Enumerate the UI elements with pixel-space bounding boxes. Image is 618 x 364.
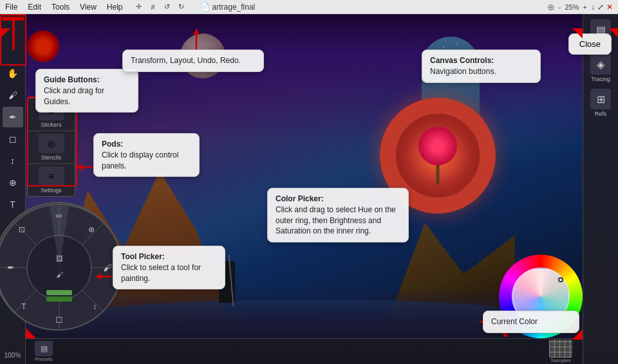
tool-wheel-svg: ✏ 🖌 ◻ ✒ ⊕ ↕ T ⊡ 🖼 🖌 [0,203,122,331]
corner-accent-top-right [572,28,583,39]
zoom-controls: ⊕ - 25% + ↓ ⤢ ✕ [547,2,613,12]
samples-button[interactable]: Samples [549,340,572,363]
samples-grid-icon [549,340,572,358]
callout-transform: Transform, Layout, Undo, Redo. [122,50,264,72]
particle-1 [443,46,444,48]
zoom-display: 100% [5,352,21,359]
svg-text:✒: ✒ [7,262,15,273]
menu-edit[interactable]: Edit [23,1,46,13]
refs-label: Refs [595,111,607,117]
callout-pods: Pods: Click to display control panels. [93,133,200,177]
right-tool-refs[interactable]: ⊞ Refs [585,86,616,120]
tool-brush[interactable]: 🖌 [3,85,23,105]
presets-label: Presets [35,356,52,362]
tool-pen[interactable]: ✒ [3,107,23,127]
corner-accent-bottom-left [26,328,36,338]
layout-icon[interactable]: # [147,1,159,13]
canvas-area: ✋ 🖌 ✒ ◻ ↕ ⊕ T ⊡ 100% ▤ Layers ◈ Tracing … [0,14,618,364]
undo-icon[interactable]: ↺ [162,1,173,13]
svg-text:🖌: 🖌 [56,271,63,278]
tool-wheel[interactable]: ✏ 🖌 ◻ ✒ ⊕ ↕ T ⊡ 🖼 🖌 [0,202,129,337]
document-title: 📄 artrage_final [200,3,256,12]
callout-tool-picker: Tool Picker: Click to select a tool for … [113,246,225,289]
svg-text:⊕: ⊕ [88,225,95,234]
right-tool-tracing[interactable]: ◈ Tracing [585,51,616,85]
svg-rect-17 [46,296,72,302]
corner-accent-right [609,28,618,37]
menu-view[interactable]: View [75,1,102,13]
callout-canvas-controls: Canvas Controls: Navigation buttons. [422,50,541,83]
svg-text:◻: ◻ [55,314,63,324]
menubar: File Edit Tools View Help ✛ # ↺ ↻ 📄 artr… [0,0,618,14]
presets-icon: ▤ [35,341,53,356]
tool-wheel-background: ✏ 🖌 ◻ ✒ ⊕ ↕ T ⊡ 🖼 🖌 [0,202,122,331]
canvas-nav-icon[interactable]: ⊕ [547,2,555,12]
corner-accent-top-left [0,28,10,39]
tool-transform[interactable]: ↕ [3,150,23,171]
zoom-value: 25% [565,3,579,11]
transform-icon[interactable]: ✛ [133,1,145,13]
bottom-presets[interactable]: ▤ Presets [31,340,57,363]
settings-label: Settings [41,187,62,194]
highlight-guide-buttons [0,14,26,66]
menu-tools[interactable]: Tools [46,1,75,13]
bottom-bar: ▤ Presets Samples [26,338,583,364]
menu-help[interactable]: Help [102,1,128,13]
red-splatter [27,30,59,62]
fit-icon[interactable]: ↓ [591,3,595,12]
samples-label: Samples [550,358,570,363]
tool-shape[interactable]: ◻ [3,129,23,149]
right-sidebar: ▤ Layers ◈ Tracing ⊞ Refs [583,14,618,364]
fullscreen-icon[interactable]: ⤢ [597,3,604,12]
portal-tree [415,127,460,185]
svg-text:↕: ↕ [93,302,97,311]
corner-accent-bottom-right [572,329,583,340]
tool-fill[interactable]: ⊕ [3,172,23,193]
tool-pan[interactable]: ✋ [3,63,23,84]
zoom-plus[interactable]: + [582,3,588,11]
window-close-icon[interactable]: ✕ [606,3,613,12]
tracing-icon: ◈ [590,54,611,75]
zoom-minus[interactable]: - [557,3,563,11]
callout-guide-buttons: Guide Buttons: Click and drag for Guides… [35,69,138,113]
svg-rect-16 [46,290,72,295]
svg-text:⊡: ⊡ [19,225,25,234]
menu-file[interactable]: File [0,1,23,13]
callout-current-color: Current Color [483,311,579,333]
callout-color-picker: Color Picker: Click and drag to select H… [267,188,409,242]
redo-icon[interactable]: ↻ [176,1,187,13]
color-picker-cursor [558,277,563,282]
refs-icon: ⊞ [590,89,611,109]
particle-3 [456,43,457,44]
svg-text:🖌: 🖌 [103,262,112,273]
svg-text:T: T [21,302,26,311]
tracing-label: Tracing [591,76,610,82]
toolbar-icons: ✛ # ↺ ↻ [133,1,187,13]
